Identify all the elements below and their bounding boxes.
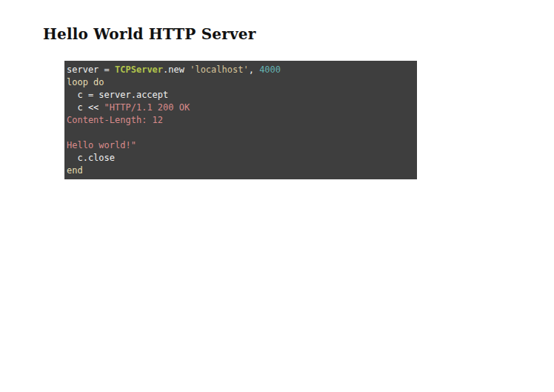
code-token-string_double: Content-Length: 12	[67, 115, 163, 125]
code-token-plain: ,	[249, 64, 259, 75]
code-token-class: TCPServer	[115, 64, 163, 75]
code-token-string_single: 'localhost'	[190, 64, 248, 75]
code-block: server = TCPServer.new 'localhost', 4000…	[64, 61, 417, 179]
code-token-plain: .new	[163, 64, 190, 75]
code-token-plain: c.close	[67, 153, 115, 163]
code-token-keyword: end	[67, 165, 83, 176]
page: Hello World HTTP Server server = TCPServ…	[0, 0, 554, 392]
code-token-keyword: loop do	[67, 77, 104, 87]
code-line: server = TCPServer.new 'localhost', 4000	[67, 64, 414, 76]
code-token-string_double: Hello world!"	[67, 140, 136, 150]
code-token-plain: c = server.accept	[67, 90, 168, 100]
code-line: c = server.accept	[67, 89, 414, 102]
code-token-number: 4000	[259, 64, 281, 75]
page-title: Hello World HTTP Server	[43, 24, 256, 44]
code-token-string_double: "HTTP/1.1 200 OK	[104, 102, 190, 113]
code-line: end	[67, 165, 414, 177]
code-token-plain: server =	[67, 64, 115, 75]
code-line	[67, 127, 414, 139]
code-line: loop do	[67, 76, 414, 89]
code-line: c << "HTTP/1.1 200 OK	[67, 102, 414, 114]
code-line: c.close	[67, 152, 414, 165]
code-line: Content-Length: 12	[67, 114, 414, 127]
code-token-plain: c <<	[67, 102, 104, 113]
code-line: Hello world!"	[67, 139, 414, 152]
